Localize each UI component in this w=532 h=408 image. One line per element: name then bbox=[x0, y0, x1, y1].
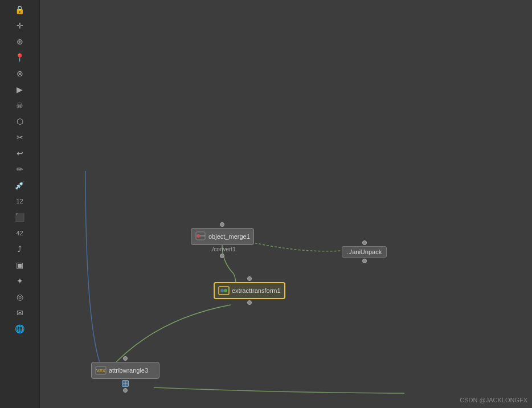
svg-point-1 bbox=[197, 234, 200, 238]
eyedrop-icon[interactable]: 💉 bbox=[9, 178, 31, 193]
star-icon[interactable]: ✦ bbox=[9, 274, 31, 288]
bend-icon[interactable]: ↩ bbox=[9, 146, 31, 161]
layers-icon[interactable]: ⊗ bbox=[9, 66, 31, 81]
attribwrangle-icon: VEX bbox=[95, 365, 107, 376]
node-icon-red bbox=[195, 231, 206, 242]
wire-canvas bbox=[40, 0, 532, 408]
object-merge-sublabel: ../convert1 bbox=[209, 246, 236, 252]
extracttransform-node[interactable]: extracttransform1 bbox=[214, 276, 285, 305]
node-port-bottom bbox=[220, 254, 224, 258]
stamp-icon[interactable]: ⬛ bbox=[9, 210, 31, 225]
chevron-right-icon[interactable]: ▶ bbox=[9, 82, 31, 97]
svg-point-4 bbox=[220, 289, 224, 292]
node-port-top bbox=[123, 356, 128, 361]
svg-text:VEX: VEX bbox=[96, 368, 106, 373]
node-body[interactable]: VEX attribwrangle3 bbox=[91, 362, 159, 379]
aniunpack-label: ../aniUnpack bbox=[347, 248, 382, 255]
mail-icon[interactable]: ✉ bbox=[9, 305, 31, 320]
node-port-top bbox=[220, 222, 224, 227]
node-port-top bbox=[362, 240, 367, 245]
watermark: CSDN @JACKLONGFX bbox=[460, 397, 527, 403]
canvas-area: object_merge1 ../convert1 extracttransfo… bbox=[40, 0, 532, 408]
node-port-bottom bbox=[247, 300, 252, 305]
move-icon[interactable]: ✛ bbox=[9, 18, 31, 33]
circle-dot-icon[interactable]: ◎ bbox=[9, 289, 31, 304]
node-port-top bbox=[247, 276, 252, 281]
aniunpack-node[interactable]: ../aniUnpack bbox=[342, 240, 387, 263]
extract-icon bbox=[218, 285, 230, 296]
cursor-icon[interactable]: ⤴ bbox=[9, 242, 31, 256]
skull-icon[interactable]: ☠ bbox=[9, 98, 31, 113]
node-port-bottom bbox=[123, 388, 128, 393]
object-merge-node[interactable]: object_merge1 ../convert1 bbox=[191, 222, 254, 258]
node-body-selected[interactable]: extracttransform1 bbox=[214, 282, 285, 299]
extracttransform-label: extracttransform1 bbox=[232, 287, 281, 294]
svg-point-5 bbox=[224, 289, 227, 292]
left-toolbar: 🔒 ✛ ⊕ 📍 ⊗ ▶ ☠ ⬡ ✂ ↩ ✏ 💉 12 ⬛ 42 ⤴ ▣ ✦ ◎ … bbox=[0, 0, 40, 408]
pencil-icon[interactable]: ✏ bbox=[9, 162, 31, 177]
search-icon[interactable]: ⊕ bbox=[9, 34, 31, 49]
pin-icon[interactable]: 📍 bbox=[9, 50, 31, 65]
watermark-text: CSDN @JACKLONGFX bbox=[460, 397, 527, 403]
attribwrangle-node[interactable]: VEX attribwrangle3 bbox=[91, 356, 159, 393]
attribwrangle-label: attribwrangle3 bbox=[109, 367, 148, 374]
num42-icon[interactable]: 42 bbox=[9, 226, 31, 240]
object-icon[interactable]: ⬡ bbox=[9, 114, 31, 129]
select-icon[interactable]: ▣ bbox=[9, 258, 31, 272]
object-merge-label: object_merge1 bbox=[208, 233, 250, 240]
lock-icon[interactable]: 🔒 bbox=[9, 2, 31, 17]
scissors-icon[interactable]: ✂ bbox=[9, 130, 31, 145]
node-body[interactable]: object_merge1 bbox=[191, 228, 254, 245]
node-port-bottom bbox=[362, 259, 367, 263]
globe-icon[interactable]: 🌐 bbox=[9, 321, 31, 336]
attribwrangle-badge bbox=[122, 380, 129, 387]
num12-icon[interactable]: 12 bbox=[9, 194, 31, 209]
